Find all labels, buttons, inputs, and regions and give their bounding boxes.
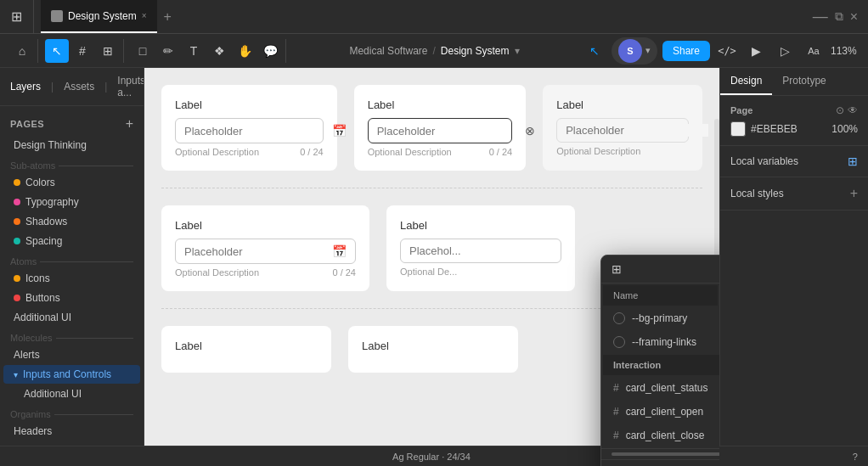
tab-prototype[interactable]: Prototype <box>772 68 836 95</box>
popup-hscroll-thumb[interactable] <box>612 452 719 456</box>
cursor-tool[interactable]: ↖ <box>583 39 606 63</box>
sidebar-tab-assets[interactable]: Assets <box>60 79 98 94</box>
sidebar-divider-molecules: Molecules <box>0 328 144 345</box>
prototype-button[interactable]: ▷ <box>773 39 797 63</box>
field-description-4: Optional Description <box>175 267 259 278</box>
maximize-button[interactable]: ⧉ <box>835 9 843 24</box>
frame-tool[interactable]: # <box>70 39 94 63</box>
component-tool[interactable]: ❖ <box>207 39 231 63</box>
page-section-title: Page <box>730 105 752 115</box>
var-row-close[interactable]: # card_client_close 119 119 <box>603 424 719 446</box>
field-count-4: 0 / 24 <box>332 267 356 278</box>
form-field-6: Label <box>161 326 331 373</box>
sidebar-item-design-thinking[interactable]: Design Thinking <box>3 136 140 154</box>
sidebar-tab-layers[interactable]: Layers <box>7 79 44 94</box>
field-label-4: Label <box>175 219 356 232</box>
page-eye-icon[interactable]: 👁 <box>848 104 858 116</box>
sidebar-tab-inputs[interactable]: Inputs a... <box>114 73 144 100</box>
var-name-status-text: card_client_status <box>626 382 708 394</box>
sidebar-item-typography[interactable]: Typography <box>3 193 140 211</box>
new-tab-button[interactable]: + <box>157 9 178 25</box>
sidebar-divider-atoms: Atoms <box>0 251 144 268</box>
sidebar-item-shadows[interactable]: Shadows <box>3 212 140 231</box>
sidebar: Layers | Assets | Inputs a... Pages + De… <box>0 68 144 466</box>
scale-tool[interactable]: ⊞ <box>96 39 120 63</box>
sidebar-item-inputs[interactable]: ▾ Inputs and Controls <box>3 365 140 384</box>
var-row-open[interactable]: # card_client_open 271 271 <box>603 401 719 423</box>
field-input-wrap-1[interactable]: 📅 <box>175 118 324 143</box>
add-page-button[interactable]: + <box>126 116 133 132</box>
toolbar: ⌂ ↖ # ⊞ □ ✏ T ❖ ✋ 💬 Medical Software / D… <box>0 34 868 68</box>
sidebar-content: Pages + Design Thinking Sub-atoms Colors… <box>0 106 144 466</box>
select-tool[interactable]: ↖ <box>45 39 69 63</box>
user-avatar-group[interactable]: S ▾ <box>612 37 657 65</box>
sidebar-item-headers[interactable]: Headers <box>3 422 140 441</box>
tab-design[interactable]: Design <box>720 68 772 95</box>
text-tool[interactable]: T <box>182 39 206 63</box>
field-desc-3: Optional Description <box>556 146 689 156</box>
field-input-wrap-2[interactable]: ⊗ <box>368 118 513 143</box>
sidebar-divider-organisms: Organims <box>0 404 144 421</box>
field-input-1[interactable] <box>184 125 327 138</box>
sidebar-item-additional-ui-1[interactable]: Additional UI <box>3 308 140 327</box>
hash-icon-2: # <box>613 406 619 418</box>
field-description-3: Optional Description <box>556 146 640 156</box>
field-input-3 <box>566 124 708 137</box>
home-button[interactable]: ⌂ <box>10 39 34 63</box>
comment-tool[interactable]: 💬 <box>258 39 282 63</box>
variables-table: Name Light Dark + <box>601 284 719 448</box>
var-name-open-text: card_client_open <box>626 406 703 418</box>
sidebar-item-additional-ui-2[interactable]: Additional UI <box>3 385 140 403</box>
accessibility-button[interactable]: Aa <box>802 39 826 63</box>
field-input-wrap-5[interactable] <box>400 239 561 263</box>
bottom-bar: Ag Regular · 24/34 ? <box>0 446 868 466</box>
breadcrumb-chevron[interactable]: ▾ <box>515 45 520 57</box>
page-settings-icon[interactable]: ⊙ <box>836 104 844 116</box>
help-icon[interactable]: ? <box>853 452 858 462</box>
hash-icon-1: # <box>613 382 619 394</box>
interaction-label: Interaction <box>603 355 719 375</box>
minimize-button[interactable]: — <box>813 8 828 25</box>
add-local-style-button[interactable]: + <box>850 186 858 201</box>
sidebar-item-colors[interactable]: Colors <box>3 173 140 192</box>
code-view-button[interactable]: </> <box>715 39 739 63</box>
share-button[interactable]: Share <box>662 41 710 61</box>
field-desc-1: Optional Description 0 / 24 <box>175 147 324 157</box>
field-input-4[interactable] <box>184 245 327 258</box>
sidebar-item-alerts[interactable]: Alerts <box>3 345 140 364</box>
page-color-swatch[interactable] <box>730 121 746 137</box>
breadcrumb-project: Medical Software <box>349 45 427 57</box>
close-button[interactable]: × <box>850 9 858 25</box>
var-row-framing-links[interactable]: --framing-links 141B29 <box>603 331 719 353</box>
right-panel: Design Prototype Page ⊙ 👁 #EBEBEB 100% <box>719 68 868 466</box>
var-name-cell-2: --framing-links <box>603 331 718 353</box>
status-font: Ag Regular · 24/34 <box>392 452 471 462</box>
field-input-2[interactable] <box>377 125 520 138</box>
sidebar-item-spacing[interactable]: Spacing <box>3 232 140 250</box>
var-row-bg-primary[interactable]: --bg-primary 00BDB0 <box>603 307 719 329</box>
tab-design-system[interactable]: Design System × <box>41 0 157 33</box>
canvas: Label 📅 Optional Description 0 / 24 Labe… <box>144 68 719 466</box>
sidebar-item-icons[interactable]: Icons <box>3 269 140 288</box>
page-section: Page ⊙ 👁 #EBEBEB 100% <box>720 96 868 146</box>
form-field-4: Label 📅 Optional Description 0 / 24 <box>161 205 369 291</box>
rect-tool[interactable]: □ <box>131 39 155 63</box>
tab-label: Design System <box>68 10 137 22</box>
field-count-1: 0 / 24 <box>300 147 324 157</box>
clear-icon-2[interactable]: ⊗ <box>525 124 535 138</box>
shadows-icon <box>14 218 20 225</box>
present-button[interactable]: ▶ <box>744 39 768 63</box>
field-input-5[interactable] <box>409 244 552 257</box>
field-desc-5: Optional De... <box>400 267 561 277</box>
tab-close-icon[interactable]: × <box>142 11 147 20</box>
calendar-icon-1: 📅 <box>332 124 347 138</box>
calendar-icon-2: 📅 <box>332 244 347 258</box>
local-variables-icon[interactable]: ⊞ <box>848 154 858 168</box>
field-input-wrap-4[interactable]: 📅 <box>175 239 356 264</box>
zoom-level[interactable]: 113% <box>831 45 861 57</box>
pen-tool[interactable]: ✏ <box>156 39 180 63</box>
var-row-status[interactable]: # card_client_status ...raction/card_cli… <box>603 377 719 399</box>
hand-tool[interactable]: ✋ <box>233 39 256 63</box>
breadcrumb-file[interactable]: Design System <box>441 45 510 57</box>
sidebar-item-buttons[interactable]: Buttons <box>3 289 140 307</box>
